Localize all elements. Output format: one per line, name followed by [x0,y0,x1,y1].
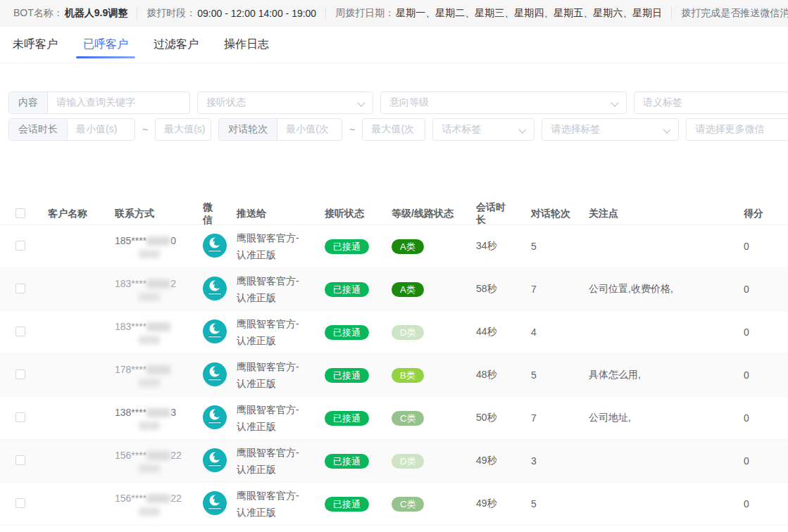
script-tag-placeholder: 话术标签 [433,123,489,136]
duration-max-placeholder: 最大值(s) [156,123,211,136]
focus-cell: 公司地址, [580,412,735,424]
bot-name-section: BOT名称： 机器人9.9调整 [4,7,137,20]
duration-cell: 50秒 [468,412,523,424]
tab-filtered[interactable]: 过滤客户 [154,27,199,63]
filter-row-2: 会话时长 最小值(s) ~ 最大值(s) 对话轮次 最小值(次 ~ 最大值(次 … [8,118,780,141]
chevron-down-icon [519,125,527,133]
filter-row-1: 内容 请输入查询关键字 接听状态 意向等级 语义标签 [8,91,780,114]
select-tag-select[interactable]: 请选择标签 [542,118,679,141]
grade-badge: A类 [392,282,424,297]
push-to-cell: 鹰眼智客官方-认准正版 [228,444,316,478]
weekdays-label: 周拨打日期： [335,7,394,20]
redacted-digits [146,236,170,246]
rounds-min-field[interactable]: 对话轮次 最小值(次 [218,118,342,141]
table-header: 客户名称 联系方式 微信 推送给 接听状态 等级/线路状态 会话时长 对话轮次 … [0,201,788,225]
semantic-tag-placeholder: 语义标签 [634,96,691,109]
content-keyword-input[interactable]: 请输入查询关键字 [48,96,144,109]
contact-cell: 156****22 [106,493,194,516]
wechat-avatar-icon [203,277,227,300]
contact-cell: 138****3 [106,407,194,430]
filter-panel: 内容 请输入查询关键字 接听状态 意向等级 语义标签 会话时长 最小值(s) ~… [0,91,788,141]
redacted-digits [146,279,170,289]
header-answer-status: 接听状态 [316,208,383,220]
push-to-cell: 鹰眼智客官方-认准正版 [228,229,316,263]
answer-status-badge: 已接通 [325,497,369,512]
content-keyword-field[interactable]: 内容 请输入查询关键字 [8,91,190,114]
wechat-avatar-icon [203,319,227,343]
answer-status-cell: 已接通 [316,454,383,469]
row-checkbox[interactable] [15,327,25,336]
row-checkbox[interactable] [15,241,25,251]
more-wechat-input[interactable]: 请选择更多微信 [686,118,788,141]
duration-cell: 49秒 [468,455,523,467]
row-checkbox[interactable] [15,412,25,422]
header-customer-name: 客户名称 [39,208,106,220]
row-checkbox[interactable] [15,284,25,293]
redacted-digits [146,365,170,374]
dial-period-section: 拨打时段： 09:00 - 12:00 14:00 - 19:00 [137,7,325,20]
table-body: 185****0鹰眼智客官方-认准正版已接通A类34秒50183****2鹰眼智… [0,225,788,526]
redacted-digits [146,322,170,331]
row-checkbox[interactable] [15,369,25,379]
answer-status-badge: 已接通 [325,411,369,426]
wechat-cell [194,405,228,431]
duration-min-input[interactable]: 最小值(s) [68,123,125,136]
rounds-cell: 5 [523,241,580,252]
contact-cell: 156****22 [106,450,194,473]
redacted-line [139,250,160,258]
tab-called[interactable]: 已呼客户 [83,27,128,63]
duration-min-field[interactable]: 会话时长 最小值(s) [8,118,135,141]
row-select-cell [0,241,39,253]
grade-cell: C类 [383,497,468,512]
grade-badge: C类 [392,497,424,512]
duration-max-input[interactable]: 最大值(s) [155,118,211,141]
rounds-max-input[interactable]: 最大值(次 [362,118,425,141]
dial-period-label: 拨打时段： [146,7,196,20]
answer-status-badge: 已接通 [325,325,369,340]
bot-info-bar: BOT名称： 机器人9.9调整 拨打时段： 09:00 - 12:00 14:0… [0,0,788,27]
grade-badge: D类 [392,325,424,340]
answer-status-cell: 已接通 [316,368,383,383]
tab-uncalled[interactable]: 未呼客户 [13,27,58,63]
row-checkbox[interactable] [15,498,25,508]
contact-cell: 178**** [106,364,194,387]
tab-operation-log[interactable]: 操作日志 [224,27,269,63]
grade-cell: C类 [383,411,468,426]
wechat-avatar-icon [203,234,227,258]
focus-cell: 公司位置,收费价格, [580,283,735,296]
answer-status-select[interactable]: 接听状态 [197,91,373,114]
intent-level-select[interactable]: 意向等级 [380,91,627,114]
score-cell: 0 [735,284,788,295]
semantic-tag-input[interactable]: 语义标签 [634,91,788,114]
intent-level-placeholder: 意向等级 [381,96,437,109]
grade-cell: A类 [383,239,468,254]
answer-status-badge: 已接通 [325,368,369,383]
push-to-cell: 鹰眼智客官方-认准正版 [228,487,316,521]
redacted-line [139,336,160,344]
push-to-cell: 鹰眼智客官方-认准正版 [228,401,316,435]
wechat-cell [194,491,228,517]
score-cell: 0 [735,498,788,509]
table-row: 178****鹰眼智客官方-认准正版已接通B类48秒5具体怎么用,0 [0,354,788,397]
push-to-cell: 鹰眼智客官方-认准正版 [228,315,316,349]
contact-cell: 183****2 [106,278,194,301]
script-tag-select[interactable]: 话术标签 [432,118,534,141]
wechat-cell [194,448,228,474]
duration-cell: 49秒 [468,498,523,510]
row-checkbox[interactable] [15,455,25,465]
row-select-cell [0,284,39,296]
select-tag-placeholder: 请选择标签 [542,123,608,136]
push-to-cell: 鹰眼智客官方-认准正版 [228,272,316,306]
wechat-cell [194,234,228,260]
weekdays-section: 周拨打日期： 星期一、星期二、星期三、星期四、星期五、星期六、星期日 [325,7,671,20]
rounds-min-input[interactable]: 最小值(次 [277,123,337,136]
rounds-range-separator: ~ [349,124,355,135]
duration-cell: 48秒 [468,369,523,381]
rounds-cell: 5 [523,498,580,509]
weekdays-value: 星期一、星期二、星期三、星期四、星期五、星期六、星期日 [396,7,662,20]
select-all-checkbox[interactable] [15,208,25,218]
wechat-avatar-icon [203,491,227,515]
answer-status-cell: 已接通 [316,282,383,297]
redacted-line [139,464,160,473]
score-cell: 0 [735,327,788,338]
